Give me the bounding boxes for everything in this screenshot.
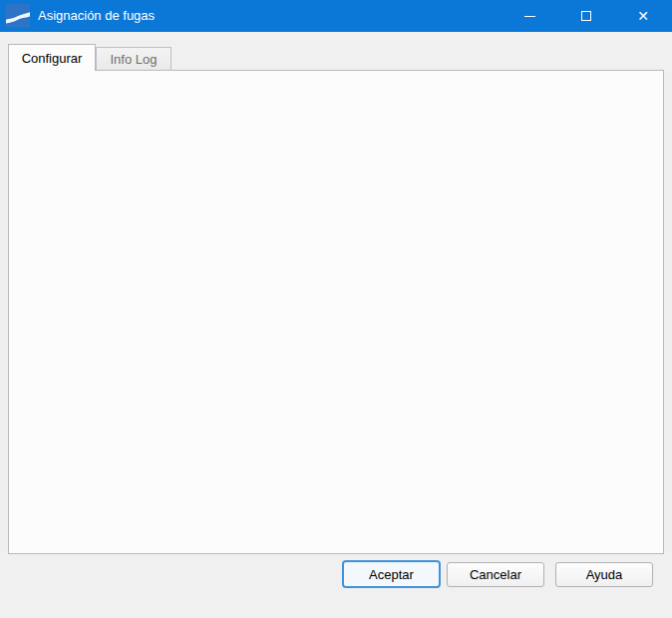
window-title: Asignación de fugas — [38, 0, 155, 32]
accept-button[interactable]: Aceptar — [342, 560, 441, 588]
tab-info-log[interactable]: Info Log — [96, 47, 171, 71]
tab-panel-configurar — [8, 70, 664, 554]
app-logo-icon — [6, 4, 30, 28]
minimize-button[interactable] — [506, 0, 552, 32]
cancel-button-label: Cancelar — [470, 567, 521, 582]
maximize-icon — [581, 11, 591, 21]
tab-configurar[interactable]: Configurar — [8, 44, 96, 71]
help-button-label: Ayuda — [586, 567, 623, 582]
titlebar: Asignación de fugas ✕ — [0, 0, 672, 32]
accept-button-label: Aceptar — [369, 567, 414, 582]
maximize-button[interactable] — [563, 0, 609, 32]
tab-info-log-label: Info Log — [111, 52, 158, 67]
minimize-icon — [524, 16, 535, 17]
tab-configurar-label: Configurar — [22, 51, 83, 66]
close-icon: ✕ — [637, 9, 649, 23]
cancel-button[interactable]: Cancelar — [447, 562, 544, 587]
help-button[interactable]: Ayuda — [555, 562, 653, 587]
close-button[interactable]: ✕ — [620, 0, 666, 32]
